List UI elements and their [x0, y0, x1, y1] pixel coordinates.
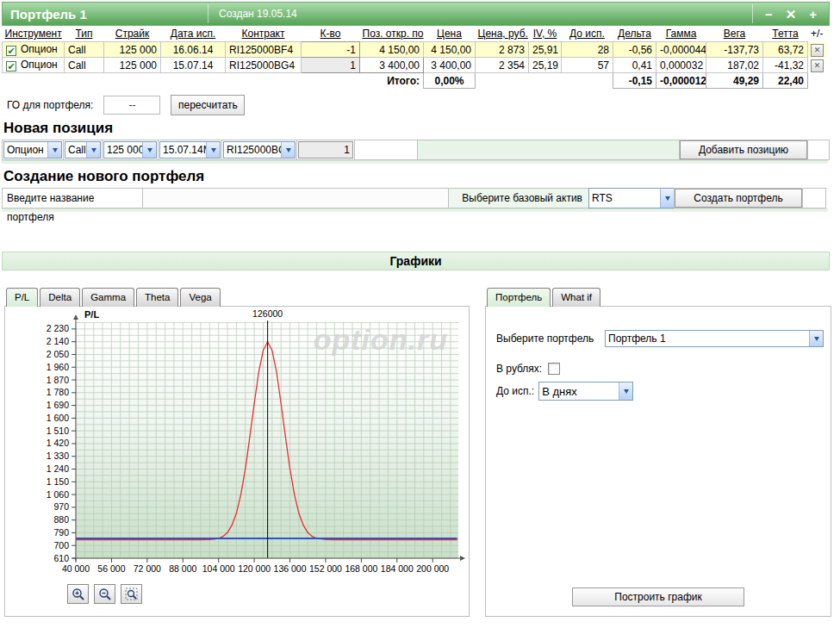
chevron-down-icon[interactable]: [281, 142, 295, 158]
chart-tabs: P/LDeltaGammaThetaVega: [6, 287, 470, 306]
tab-p-l[interactable]: P/L: [6, 288, 38, 307]
column-header-14[interactable]: Вега: [706, 26, 763, 42]
column-header-10[interactable]: IV, %: [529, 26, 562, 42]
instrument-select[interactable]: Опцион: [3, 141, 62, 159]
chevron-down-icon[interactable]: [142, 142, 156, 158]
new-portfolio-row: Введите название портфеля Выберите базов…: [2, 188, 830, 208]
cell-qty[interactable]: -1: [302, 42, 360, 58]
svg-text:72 000: 72 000: [134, 563, 161, 574]
cell-delta: 0,41: [613, 58, 656, 73]
tab-vega[interactable]: Vega: [180, 288, 220, 307]
position-row: ✔ОпционCall125 00015.07.14RI125000BG413 …: [3, 58, 827, 73]
base-asset-select[interactable]: RTS: [588, 188, 675, 208]
strike-select[interactable]: 125 000: [103, 141, 157, 159]
add-position-button[interactable]: Добавить позицию: [680, 140, 807, 159]
create-portfolio-button[interactable]: Создать портфель: [675, 189, 802, 208]
new-portfolio-heading: Создание нового портфеля: [3, 168, 838, 185]
cell-price-rub: 2 354: [476, 58, 529, 73]
portfolio-settings-panel: Выберите портфель Портфель 1 В рублях: Д…: [485, 306, 831, 617]
delete-row-button[interactable]: ✕: [811, 59, 824, 72]
quantity-input[interactable]: [298, 141, 353, 159]
svg-text:option.ru: option.ru: [314, 323, 448, 356]
tab-what-if[interactable]: What if: [552, 288, 600, 307]
close-icon[interactable]: ✕: [786, 8, 797, 21]
add-icon[interactable]: +: [809, 8, 817, 21]
cell-strike: 125 000: [104, 42, 161, 58]
zoom-selection-button[interactable]: [121, 584, 142, 604]
go-input[interactable]: [103, 96, 160, 115]
cell-qty[interactable]: 1: [302, 58, 360, 73]
portfolio-name-input[interactable]: [142, 188, 449, 208]
option-type-select[interactable]: Call: [65, 141, 101, 159]
tab-delta[interactable]: Delta: [40, 288, 80, 307]
cell-price-rub: 2 873: [476, 42, 529, 58]
column-header-3[interactable]: Страйк: [104, 26, 161, 42]
zoom-out-button[interactable]: [94, 584, 115, 604]
delete-row-button[interactable]: ✕: [811, 44, 824, 57]
build-chart-button[interactable]: Построить график: [572, 588, 744, 606]
open-price-cell[interactable]: [354, 140, 418, 160]
chart-panel: option.ru12600040 00056 00072 00088 0001…: [4, 306, 470, 617]
column-header-16[interactable]: +/-: [808, 26, 827, 42]
tab-gamma[interactable]: Gamma: [82, 288, 134, 307]
cell-days: 57: [562, 58, 613, 73]
column-header-8[interactable]: Цена: [424, 26, 476, 42]
rub-checkbox[interactable]: [548, 363, 560, 375]
totals-theta: 22,40: [763, 73, 808, 89]
base-asset-select-value: RTS: [589, 192, 660, 204]
recalculate-button[interactable]: пересчитать: [171, 95, 245, 115]
chevron-down-icon[interactable]: [809, 331, 823, 346]
chevron-down-icon[interactable]: [660, 189, 674, 208]
tab-theta[interactable]: Theta: [136, 288, 178, 307]
cell-contract: RI125000BF4: [226, 42, 302, 58]
column-header-4[interactable]: Дата исп.: [161, 26, 226, 42]
panels-row: P/LDeltaGammaThetaVega option.ru12600040…: [4, 287, 838, 617]
row-checkbox[interactable]: ✔: [6, 46, 16, 56]
option-type-select-value: Call: [65, 144, 86, 156]
expiry-date-select[interactable]: 15.07.14M: [159, 141, 221, 159]
column-header-12[interactable]: Дельта: [613, 26, 656, 42]
minimize-icon[interactable]: −: [765, 8, 773, 21]
right-tabs: ПортфельWhat if: [487, 287, 831, 306]
svg-text:104 000: 104 000: [202, 563, 235, 574]
days-select[interactable]: В днях: [538, 382, 633, 401]
cell-days: 28: [562, 42, 613, 58]
tab-портфель[interactable]: Портфель: [487, 288, 551, 307]
column-header-1[interactable]: Инструмент: [3, 26, 65, 42]
svg-text:1 870: 1 870: [47, 375, 69, 385]
column-header-5[interactable]: Контракт: [226, 26, 302, 42]
new-position-spacer: [807, 140, 830, 160]
zoom-selection-icon: [125, 588, 139, 601]
column-header-15[interactable]: Тетта: [763, 26, 808, 42]
cell-gamma: 0,000032: [656, 58, 706, 73]
zoom-in-button[interactable]: [67, 584, 89, 604]
column-header-6[interactable]: К-во: [302, 26, 360, 42]
position-row: ✔ОпционCall125 00016.06.14RI125000BF4-14…: [3, 42, 827, 58]
column-header-7[interactable]: Поз. откр. по: [360, 26, 424, 42]
column-header-9[interactable]: Цена, руб.: [476, 26, 529, 42]
svg-text:2 230: 2 230: [47, 323, 69, 333]
chevron-down-icon[interactable]: [619, 382, 632, 400]
contract-select[interactable]: RI125000BG4: [223, 141, 296, 159]
portfolio-select[interactable]: Портфель 1: [605, 330, 824, 347]
cell-open-at[interactable]: 3 400,00: [360, 58, 424, 73]
portfolio-created-date: Создан 19.05.14: [208, 8, 752, 20]
portfolio-select-row: Выберите портфель Портфель 1: [496, 330, 831, 347]
totals-vega: 49,29: [706, 73, 763, 89]
totals-percent: 0,00%: [424, 73, 476, 89]
chart-zoom-toolbar: [67, 584, 469, 604]
row-checkbox[interactable]: ✔: [6, 61, 16, 72]
column-header-2[interactable]: Тип: [65, 26, 104, 42]
column-header-13[interactable]: Гамма: [656, 26, 706, 42]
chevron-down-icon[interactable]: [206, 142, 220, 158]
instrument-select-value: Опцион: [4, 144, 47, 156]
svg-text:1 240: 1 240: [47, 463, 69, 474]
column-header-11[interactable]: До исп.: [562, 26, 613, 42]
divider-strip: [2, 208, 828, 212]
chevron-down-icon[interactable]: [47, 142, 61, 158]
chevron-down-icon[interactable]: [86, 142, 100, 158]
svg-text:880: 880: [53, 514, 69, 525]
charts-section-title: Графики: [2, 252, 830, 270]
positions-tbody: ✔ОпционCall125 00016.06.14RI125000BF4-14…: [3, 42, 827, 89]
new-position-heading: Новая позиция: [3, 120, 838, 137]
